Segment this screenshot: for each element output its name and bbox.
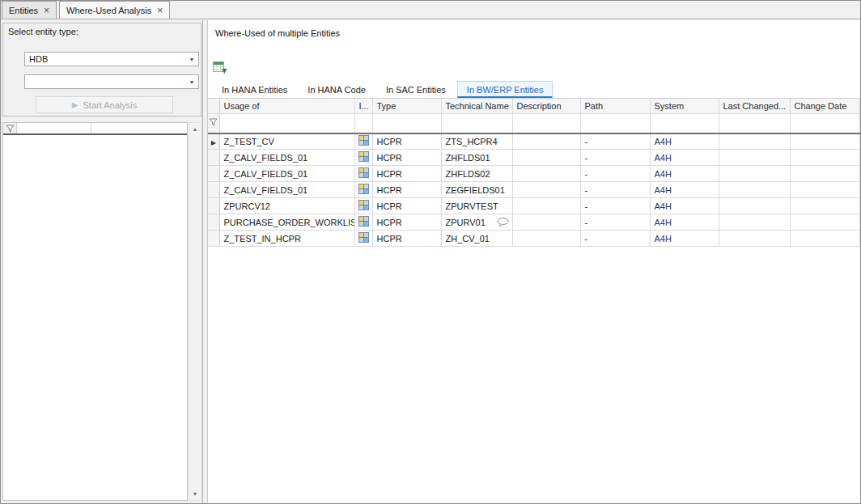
col-last-changed[interactable]: Last Changed...	[719, 99, 790, 114]
col-system[interactable]: System	[650, 99, 719, 114]
cell-system[interactable]: A4H	[650, 150, 719, 166]
col-type[interactable]: Type	[372, 99, 441, 114]
tab-in-hana-code[interactable]: In HANA Code	[299, 82, 375, 98]
cell-last-changed[interactable]	[719, 150, 790, 166]
filter-cell[interactable]	[512, 114, 580, 133]
cell-system[interactable]: A4H	[650, 182, 719, 198]
cell-technical-name[interactable]: ZHFLDS02	[441, 166, 512, 182]
cell-type[interactable]: HCPR	[372, 150, 441, 166]
cell-usage-of[interactable]: Z_CALV_FIELDS_01	[219, 150, 354, 166]
cell-type[interactable]: HCPR	[372, 133, 441, 150]
table-row[interactable]: Z_CALV_FIELDS_01 HCPR ZHFLDS01 - A4H	[208, 150, 860, 166]
entity-list-column-header[interactable]	[91, 123, 187, 133]
cell-last-changed[interactable]	[719, 214, 790, 231]
table-row[interactable]: PURCHASE_ORDER_WORKLIST HCPR ZPURV01 - A…	[208, 214, 860, 231]
cell-usage-of[interactable]: Z_CALV_FIELDS_01	[219, 166, 354, 182]
col-description[interactable]: Description	[512, 99, 580, 114]
funnel-icon[interactable]	[209, 118, 218, 126]
filter-cell[interactable]	[219, 114, 354, 133]
comment-icon[interactable]	[497, 218, 509, 229]
cell-description[interactable]	[512, 166, 580, 182]
entity-list-body[interactable]	[3, 135, 187, 498]
cell-system[interactable]: A4H	[650, 166, 719, 182]
col-technical-name[interactable]: Technical Name	[441, 99, 512, 114]
col-change-date[interactable]: Change Date	[790, 99, 860, 114]
close-icon[interactable]: ×	[157, 6, 163, 15]
cell-last-changed[interactable]	[719, 231, 790, 247]
cell-last-changed[interactable]	[719, 182, 790, 198]
cell-last-changed[interactable]	[719, 166, 790, 182]
tab-in-bw-erp-entities[interactable]: In BW/ERP Entities	[457, 81, 554, 98]
cell-technical-name[interactable]: ZEGFIELDS01	[441, 182, 512, 198]
cell-usage-of[interactable]: Z_TEST_CV	[219, 133, 354, 150]
cell-type[interactable]: HCPR	[372, 182, 441, 198]
cell-usage-of[interactable]: Z_TEST_IN_HCPR	[219, 231, 354, 247]
chevron-down-icon[interactable]: ▼	[185, 53, 198, 66]
cell-path[interactable]: -	[580, 198, 650, 214]
table-row[interactable]: ▶ Z_TEST_CV HCPR ZTS_HCPR4 - A4H	[208, 133, 860, 150]
cell-path[interactable]: -	[580, 182, 650, 198]
cell-path[interactable]: -	[580, 166, 650, 182]
cell-technical-name[interactable]: ZH_CV_01	[441, 231, 512, 247]
chevron-down-icon[interactable]: ▼	[185, 75, 198, 88]
cell-system[interactable]: A4H	[650, 231, 719, 247]
cell-type[interactable]: HCPR	[372, 166, 441, 182]
filter-cell[interactable]	[719, 114, 790, 133]
cell-technical-name[interactable]: ZPURVTEST	[441, 198, 512, 214]
scroll-down-icon[interactable]: ▼	[189, 488, 201, 500]
cell-system[interactable]: A4H	[650, 133, 719, 150]
cell-change-date[interactable]	[790, 231, 860, 247]
start-analysis-button[interactable]: ▶ Start Analysis	[36, 96, 173, 113]
cell-usage-of[interactable]: PURCHASE_ORDER_WORKLIST	[219, 214, 354, 231]
cell-system[interactable]: A4H	[650, 198, 719, 214]
col-path[interactable]: Path	[580, 99, 650, 114]
entity-list-column-header[interactable]	[17, 123, 91, 133]
cell-change-date[interactable]	[790, 166, 860, 182]
entity-type-select[interactable]: HDB ▼	[24, 52, 199, 66]
left-scrollbar[interactable]: ▲ ▼	[189, 122, 201, 501]
col-usage-of[interactable]: Usage of	[219, 99, 354, 114]
cell-description[interactable]	[512, 198, 580, 214]
cell-path[interactable]: -	[580, 231, 650, 247]
tab-in-sac-entities[interactable]: In SAC Entities	[377, 82, 455, 98]
filter-cell[interactable]	[441, 114, 512, 133]
tab-entities[interactable]: Entities ×	[2, 1, 57, 19]
cell-type[interactable]: HCPR	[372, 214, 441, 231]
cell-change-date[interactable]	[790, 182, 860, 198]
funnel-icon[interactable]	[6, 125, 15, 133]
cell-last-changed[interactable]	[719, 198, 790, 214]
cell-description[interactable]	[512, 150, 580, 166]
cell-system[interactable]: A4H	[650, 214, 719, 231]
cell-change-date[interactable]	[790, 150, 860, 166]
table-row[interactable]: ZPURCV12 HCPR ZPURVTEST - A4H	[208, 198, 860, 214]
cell-type[interactable]: HCPR	[372, 198, 441, 214]
cell-path[interactable]: -	[580, 214, 650, 231]
cell-technical-name[interactable]: ZPURV01	[441, 214, 512, 231]
cell-usage-of[interactable]: ZPURCV12	[219, 198, 354, 214]
entity-select[interactable]: ▼	[24, 74, 199, 89]
cell-change-date[interactable]	[790, 214, 860, 231]
cell-description[interactable]	[512, 214, 580, 231]
export-excel-icon[interactable]	[213, 61, 227, 74]
filter-cell[interactable]	[354, 114, 372, 133]
cell-technical-name[interactable]: ZHFLDS01	[441, 150, 512, 166]
close-icon[interactable]: ×	[44, 6, 49, 15]
cell-path[interactable]: -	[580, 150, 650, 166]
col-icon[interactable]: I...	[354, 99, 372, 114]
table-row[interactable]: Z_TEST_IN_HCPR HCPR ZH_CV_01 - A4H	[208, 231, 860, 247]
table-row[interactable]: Z_CALV_FIELDS_01 HCPR ZHFLDS02 - A4H	[208, 166, 860, 182]
cell-change-date[interactable]	[790, 198, 860, 214]
cell-type[interactable]: HCPR	[372, 231, 441, 247]
cell-description[interactable]	[512, 133, 580, 150]
cell-last-changed[interactable]	[719, 133, 790, 150]
filter-cell[interactable]	[650, 114, 719, 133]
cell-change-date[interactable]	[790, 133, 860, 150]
filter-cell[interactable]	[790, 114, 860, 133]
cell-description[interactable]	[512, 182, 580, 198]
cell-usage-of[interactable]: Z_CALV_FIELDS_01	[219, 182, 354, 198]
cell-description[interactable]	[512, 231, 580, 247]
tab-where-used-analysis[interactable]: Where-Used Analysis ×	[59, 1, 170, 19]
tab-in-hana-entities[interactable]: In HANA Entities	[213, 82, 296, 98]
filter-cell[interactable]	[580, 114, 650, 133]
cell-technical-name[interactable]: ZTS_HCPR4	[441, 133, 512, 150]
